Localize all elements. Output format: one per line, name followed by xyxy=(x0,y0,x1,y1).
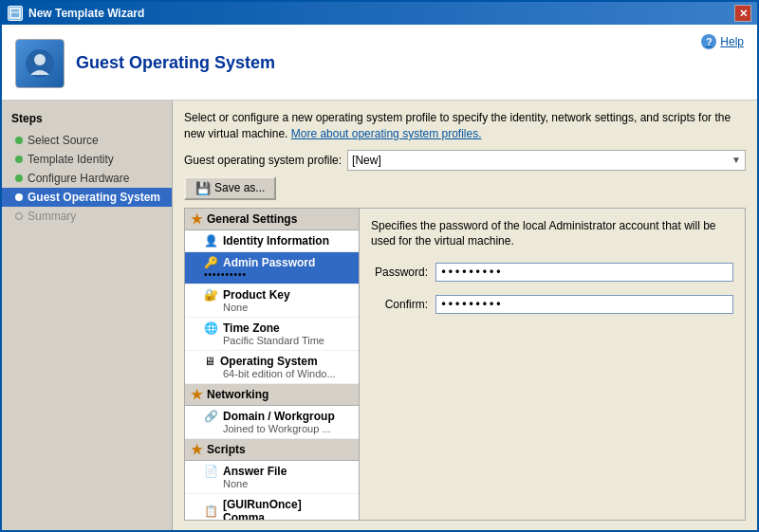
right-panel: Select or configure a new operating syst… xyxy=(173,101,757,530)
settings-item-domain[interactable]: 🔗 Domain / Workgroup Joined to Workgroup… xyxy=(185,406,359,439)
sidebar-item-configure-hardware[interactable]: Configure Hardware xyxy=(2,169,172,188)
header-title: Guest Operating System xyxy=(76,53,275,73)
help-link[interactable]: ? Help xyxy=(701,34,744,49)
save-btn-label: Save as... xyxy=(214,181,265,194)
detail-description: Specifies the password of the local Admi… xyxy=(371,218,733,250)
header-area: Guest Operating System ? Help xyxy=(2,25,757,101)
svg-rect-0 xyxy=(10,9,20,18)
window-title: New Template Wizard xyxy=(28,7,144,20)
header-icon xyxy=(15,39,65,88)
description-link[interactable]: More about operating system profiles. xyxy=(291,127,482,140)
confirm-input[interactable] xyxy=(435,295,733,314)
identity-icon: 👤 xyxy=(204,234,218,248)
settings-item-os[interactable]: 🖥 Operating System 64-bit edition of Win… xyxy=(185,351,359,384)
sidebar-item-label: Template Identity xyxy=(28,153,114,166)
domain-value: Joined to Workgroup ... xyxy=(223,423,353,434)
profile-row: Guest operating system profile: [New] ▼ xyxy=(184,150,746,171)
timezone-icon: 🌐 xyxy=(204,321,218,335)
step-indicator xyxy=(15,137,23,144)
profile-label: Guest operating system profile: xyxy=(184,154,342,167)
close-button[interactable]: ✕ xyxy=(734,5,751,22)
answer-file-value: None xyxy=(223,478,353,489)
settings-item-product-key[interactable]: 🔐 Product Key None xyxy=(185,284,359,318)
help-icon: ? xyxy=(701,34,716,49)
title-bar: New Template Wizard ✕ xyxy=(2,2,757,25)
networking-header: ★ Networking xyxy=(185,384,359,406)
settings-item-answer-file[interactable]: 📄 Answer File None xyxy=(185,461,359,494)
product-key-value: None xyxy=(223,302,353,313)
sidebar-item-guest-os[interactable]: Guest Operating System xyxy=(2,188,172,207)
sidebar-title: Steps xyxy=(2,108,172,131)
settings-panel: ★ General Settings 👤 Identity Informatio… xyxy=(184,208,360,521)
password-field-label: Password: xyxy=(371,266,428,279)
main-content: Guest Operating System ? Help Steps Sele… xyxy=(2,25,757,530)
confirm-field-label: Confirm: xyxy=(371,298,428,311)
window-icon xyxy=(8,6,23,21)
section-star-icon: ★ xyxy=(191,211,203,227)
sidebar-item-template-identity[interactable]: Template Identity xyxy=(2,150,172,169)
profile-dropdown[interactable]: [New] ▼ xyxy=(347,150,746,171)
section-title-scripts: Scripts xyxy=(207,443,246,456)
os-icon: 🖥 xyxy=(204,355,215,368)
section-star-icon-scripts: ★ xyxy=(191,442,203,457)
sidebar-item-select-source[interactable]: Select Source xyxy=(2,131,172,150)
settings-item-admin-password[interactable]: 🔑 Admin Password •••••••••• xyxy=(185,252,359,284)
password-input[interactable] xyxy=(435,263,733,282)
sidebar-item-label: Summary xyxy=(28,210,76,223)
section-title-networking: Networking xyxy=(207,388,268,401)
sidebar-item-label: Select Source xyxy=(28,134,99,147)
settings-item-timezone[interactable]: 🌐 Time Zone Pacific Standard Time xyxy=(185,318,359,351)
password-icon: 🔑 xyxy=(204,256,218,269)
svg-point-3 xyxy=(34,54,46,65)
scripts-header: ★ Scripts xyxy=(185,439,359,461)
step-indicator xyxy=(15,193,23,201)
general-settings-header: ★ General Settings xyxy=(185,209,359,230)
step-indicator xyxy=(15,156,23,163)
confirm-field-row: Confirm: xyxy=(371,295,733,314)
profile-value: [New] xyxy=(352,154,381,167)
two-panel: ★ General Settings 👤 Identity Informatio… xyxy=(184,208,746,521)
gui-run-icon: 📋 xyxy=(204,504,218,518)
product-key-icon: 🔐 xyxy=(204,288,218,302)
settings-item-identity-info[interactable]: 👤 Identity Information xyxy=(185,230,359,252)
detail-panel: Specifies the password of the local Admi… xyxy=(360,208,746,521)
password-dots: •••••••••• xyxy=(204,269,353,280)
sidebar-item-label: Guest Operating System xyxy=(28,191,160,204)
answer-file-icon: 📄 xyxy=(204,465,218,478)
body-area: Steps Select Source Template Identity Co… xyxy=(2,101,757,530)
password-field-row: Password: xyxy=(371,263,733,282)
description-text: Select or configure a new operating syst… xyxy=(184,110,746,142)
section-title-general: General Settings xyxy=(207,212,297,226)
domain-icon: 🔗 xyxy=(204,410,218,423)
sidebar-item-label: Configure Hardware xyxy=(28,172,129,185)
timezone-value: Pacific Standard Time xyxy=(223,335,353,346)
save-as-button[interactable]: 💾 Save as... xyxy=(184,176,276,200)
sidebar: Steps Select Source Template Identity Co… xyxy=(2,101,173,530)
floppy-icon: 💾 xyxy=(195,181,211,195)
sidebar-item-summary: Summary xyxy=(2,207,172,226)
step-indicator xyxy=(15,212,23,220)
settings-item-gui-run-once[interactable]: 📋 [GUIRunOnce] Comma... xyxy=(185,494,359,521)
help-label: Help xyxy=(720,35,744,48)
os-value: 64-bit edition of Windo... xyxy=(223,368,353,379)
step-indicator xyxy=(15,174,23,182)
dropdown-arrow-icon: ▼ xyxy=(731,155,741,165)
main-window: New Template Wizard ✕ Guest Operating Sy… xyxy=(0,0,759,532)
section-star-icon-net: ★ xyxy=(191,387,203,402)
